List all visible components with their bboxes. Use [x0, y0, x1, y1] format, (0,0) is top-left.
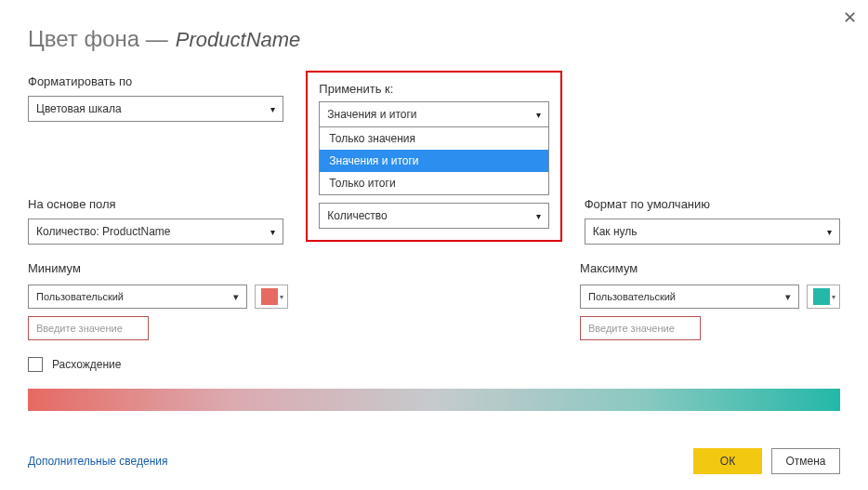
minimum-label: Минимум: [28, 261, 288, 275]
dropdown-option[interactable]: Только итоги: [320, 172, 547, 194]
maximum-value-input[interactable]: Введите значение: [580, 316, 701, 340]
chevron-down-icon: ▾: [270, 227, 275, 237]
based-on-label: На основе поля: [28, 197, 283, 211]
maximum-mode-value: Пользовательский: [588, 291, 676, 302]
apply-to-dropdown: Только значения Значения и итоги Только …: [319, 126, 548, 195]
maximum-color-picker[interactable]: ▾: [807, 285, 840, 309]
maximum-placeholder: Введите значение: [588, 323, 675, 334]
default-format-select[interactable]: Как нуль ▾: [585, 219, 840, 245]
apply-to-field-value: Количество: [327, 209, 387, 222]
chevron-down-icon: ▾: [536, 211, 541, 221]
chevron-down-icon: ▾: [280, 293, 283, 301]
maximum-mode-select[interactable]: Пользовательский ▾: [580, 285, 799, 309]
default-format-value: Как нуль: [593, 225, 638, 238]
apply-to-label: Применить к:: [319, 82, 548, 96]
close-icon[interactable]: ✕: [843, 7, 857, 28]
minimum-placeholder: Введите значение: [36, 323, 123, 334]
minimum-value-input[interactable]: Введите значение: [28, 316, 149, 340]
apply-to-highlight: Применить к: Значения и итоги ▾ Только з…: [306, 71, 561, 242]
apply-to-value: Значения и итоги: [327, 108, 416, 121]
maximum-color-swatch: [813, 288, 830, 305]
chevron-down-icon: ▾: [270, 104, 275, 114]
ok-button[interactable]: ОК: [693, 448, 762, 474]
based-on-select[interactable]: Количество: ProductName ▾: [28, 219, 283, 245]
default-format-label: Формат по умолчанию: [585, 197, 840, 211]
based-on-value: Количество: ProductName: [36, 225, 170, 238]
apply-to-field-select[interactable]: Количество ▾: [319, 203, 548, 229]
maximum-label: Максимум: [580, 261, 840, 275]
format-by-value: Цветовая шкала: [36, 102, 122, 115]
cancel-button[interactable]: Отмена: [771, 448, 840, 474]
minimum-color-picker[interactable]: ▾: [255, 285, 288, 309]
title-main: Цвет фона —: [28, 26, 168, 52]
minimum-mode-value: Пользовательский: [36, 291, 124, 302]
apply-to-select[interactable]: Значения и итоги ▾: [319, 101, 548, 127]
chevron-down-icon: ▾: [233, 291, 239, 303]
format-by-label: Форматировать по: [28, 74, 283, 88]
chevron-down-icon: ▾: [785, 291, 791, 303]
chevron-down-icon: ▾: [536, 110, 541, 120]
title-subtitle: ProductName: [176, 28, 301, 52]
diverging-label: Расхождение: [52, 358, 121, 371]
diverging-checkbox[interactable]: [28, 357, 43, 372]
minimum-mode-select[interactable]: Пользовательский ▾: [28, 285, 247, 309]
chevron-down-icon: ▾: [827, 227, 832, 237]
minimum-color-swatch: [261, 288, 278, 305]
more-info-link[interactable]: Дополнительные сведения: [28, 455, 167, 468]
dialog-title: Цвет фона — ProductName: [28, 26, 840, 52]
chevron-down-icon: ▾: [832, 293, 835, 301]
format-by-select[interactable]: Цветовая шкала ▾: [28, 96, 283, 122]
gradient-preview: [28, 389, 840, 411]
dropdown-option[interactable]: Только значения: [320, 127, 547, 150]
dropdown-option-selected[interactable]: Значения и итоги: [320, 150, 547, 172]
